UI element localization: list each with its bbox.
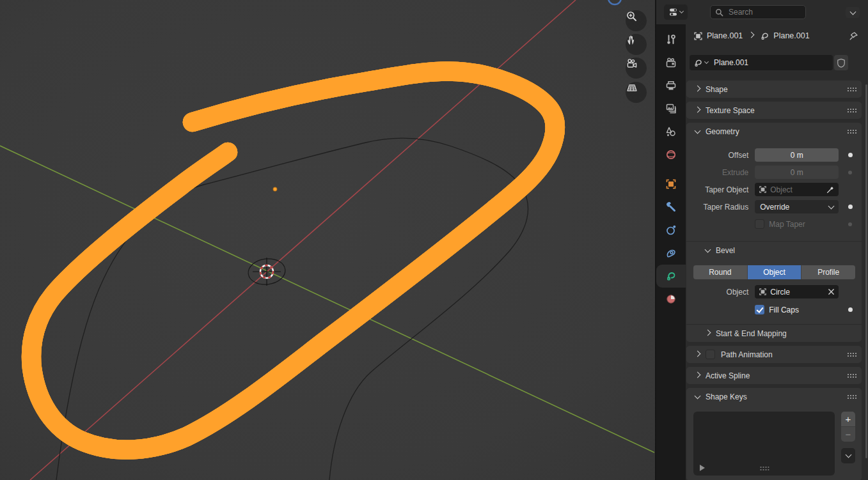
- panel-title: Shape: [706, 85, 728, 94]
- constraints-icon: [665, 247, 677, 259]
- tab-scene[interactable]: [656, 120, 686, 143]
- extrude-value: 0 m: [791, 168, 803, 177]
- panel-list: Shape Texture Space Geometry: [686, 81, 862, 480]
- bevel-type-segmented: Round Object Profile: [693, 265, 855, 279]
- extrude-decorator[interactable]: [848, 171, 852, 174]
- bevel-tab-profile[interactable]: Profile: [801, 265, 855, 279]
- tab-output[interactable]: [656, 74, 686, 97]
- breadcrumb-separator-icon: [748, 32, 755, 38]
- taper-radius-label: Taper Radius: [686, 203, 748, 212]
- breadcrumb-object[interactable]: Plane.001: [707, 31, 743, 40]
- data-name-value[interactable]: Plane.001: [714, 58, 748, 67]
- chevron-down-icon: [849, 8, 856, 15]
- fill-caps-row: Fill Caps: [686, 303, 862, 316]
- panel-header-shape[interactable]: Shape: [686, 81, 862, 98]
- panel-header-active-spline[interactable]: Active Spline: [686, 367, 862, 384]
- viewport-3d[interactable]: [0, 0, 655, 480]
- fill-caps-label: Fill Caps: [769, 306, 799, 314]
- fill-caps-checkbox[interactable]: [755, 305, 764, 314]
- bevel-tab-object[interactable]: Object: [748, 265, 802, 279]
- tab-object-data[interactable]: [656, 265, 686, 288]
- panel-drag-handle[interactable]: [847, 352, 856, 357]
- header-menu-button[interactable]: [846, 7, 860, 18]
- panel-geometry: Geometry Offset 0 m Extrude 0 m: [686, 123, 862, 342]
- tab-physics[interactable]: [656, 219, 686, 242]
- eyedropper-icon[interactable]: [826, 185, 835, 194]
- bevel-tab-round[interactable]: Round: [693, 265, 748, 279]
- viewport-canvas[interactable]: [0, 0, 655, 480]
- map-taper-row: Map Taper: [686, 217, 862, 231]
- breadcrumb-data[interactable]: Plane.001: [773, 31, 809, 40]
- remove-shape-key-button[interactable]: −: [841, 426, 855, 442]
- panel-drag-handle[interactable]: [847, 129, 856, 134]
- subpanel-header-bevel[interactable]: Bevel: [686, 241, 862, 259]
- panel-active-spline: Active Spline: [686, 367, 862, 384]
- panel-header-texture-space[interactable]: Texture Space: [686, 102, 862, 119]
- map-taper-checkbox[interactable]: [755, 219, 764, 229]
- chevron-right-icon: [705, 329, 711, 336]
- camera-view-button[interactable]: [626, 58, 647, 79]
- shape-keys-list[interactable]: [693, 412, 835, 476]
- chevron-right-icon: [695, 371, 701, 378]
- list-filter-expander-icon[interactable]: [700, 465, 705, 471]
- bevel-body: Round Object Profile Object Circle: [686, 265, 862, 324]
- tab-modifiers[interactable]: [656, 196, 686, 219]
- pin-icon[interactable]: [848, 31, 859, 42]
- subpanel-header-start-end-mapping[interactable]: Start & End Mapping: [686, 324, 862, 342]
- extrude-field[interactable]: 0 m: [755, 166, 839, 179]
- panel-header-shape-keys[interactable]: Shape Keys: [686, 388, 862, 405]
- taper-object-field[interactable]: Object: [755, 183, 839, 196]
- tab-world[interactable]: [656, 143, 686, 166]
- object-origin-dot[interactable]: [273, 187, 277, 191]
- path-animation-checkbox[interactable]: [706, 350, 715, 359]
- chevron-down-icon[interactable]: [704, 59, 709, 64]
- panel-header-path-animation[interactable]: Path Animation: [686, 346, 862, 363]
- panel-path-animation: Path Animation: [686, 346, 862, 363]
- add-shape-key-button[interactable]: +: [841, 412, 855, 426]
- tab-object[interactable]: [656, 173, 686, 196]
- taper-radius-decorator[interactable]: [848, 205, 853, 209]
- tab-view-layer[interactable]: [656, 97, 686, 120]
- projection-toggle-button[interactable]: [626, 82, 647, 103]
- search-box[interactable]: [710, 5, 806, 19]
- fake-user-button[interactable]: [834, 55, 848, 70]
- curve-object-selected[interactable]: [31, 71, 555, 449]
- breadcrumb: Plane.001 Plane.001: [686, 26, 868, 46]
- panel-drag-handle[interactable]: [847, 373, 856, 378]
- tab-render[interactable]: [656, 51, 686, 74]
- camera-icon: [626, 58, 638, 70]
- offset-field[interactable]: 0 m: [755, 148, 839, 162]
- panel-drag-handle[interactable]: [847, 108, 856, 112]
- taper-radius-dropdown[interactable]: Override: [755, 200, 839, 213]
- object-icon: [759, 288, 767, 296]
- properties-scrollbar[interactable]: [865, 84, 867, 458]
- search-input[interactable]: [727, 7, 794, 17]
- zoom-button[interactable]: [626, 10, 647, 31]
- curve-data-icon: [665, 270, 677, 282]
- bevel-object-field[interactable]: Circle: [755, 285, 839, 298]
- chevron-right-icon: [695, 85, 701, 91]
- data-name-field[interactable]: Plane.001: [690, 55, 833, 70]
- magnifier-plus-icon: [626, 10, 638, 22]
- panel-header-geometry[interactable]: Geometry: [686, 123, 862, 140]
- pan-button[interactable]: [626, 34, 647, 55]
- list-resize-handle[interactable]: [759, 466, 769, 470]
- tab-tool[interactable]: [656, 28, 686, 51]
- shape-key-specials-button[interactable]: [841, 448, 855, 463]
- tab-constraints[interactable]: [656, 242, 686, 265]
- editor-type-button[interactable]: [664, 4, 688, 20]
- fill-caps-decorator[interactable]: [848, 307, 853, 312]
- scene-icon: [665, 126, 677, 137]
- panel-drag-handle[interactable]: [847, 394, 856, 399]
- offset-decorator[interactable]: [848, 153, 853, 157]
- offset-label: Offset: [686, 151, 748, 160]
- map-taper-decorator[interactable]: [848, 222, 852, 226]
- close-icon[interactable]: [828, 288, 835, 295]
- panel-shape-keys: Shape Keys + −: [686, 388, 862, 480]
- chevron-down-icon: [705, 246, 711, 252]
- panel-drag-handle[interactable]: [847, 87, 856, 91]
- tab-material[interactable]: [656, 288, 686, 311]
- panel-title: Texture Space: [706, 106, 755, 115]
- navigation-gizmo[interactable]: [608, 0, 621, 4]
- properties-header: [656, 0, 868, 24]
